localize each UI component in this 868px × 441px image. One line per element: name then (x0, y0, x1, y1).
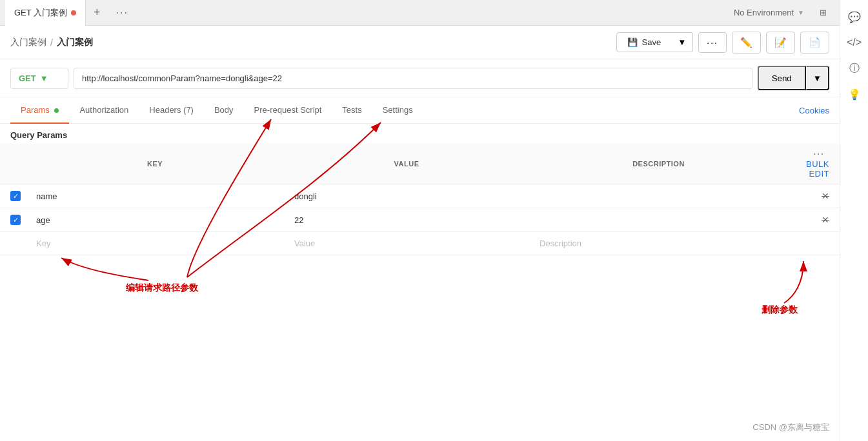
cookies-button[interactable]: Cookies (799, 106, 829, 115)
method-selector[interactable]: GET ▼ (10, 68, 68, 89)
tabs-navigation: Params Authorization Headers (7) Body Pr… (0, 97, 840, 124)
save-chevron-button[interactable]: ▼ (671, 32, 693, 52)
row1-key-cell: name (26, 184, 284, 208)
tab-label: GET 入门案例 (14, 7, 67, 19)
row2-key-cell: age (26, 208, 284, 232)
placeholder-actions-cell (788, 232, 840, 255)
tab-overflow-button[interactable]: ··· (108, 0, 136, 26)
breadcrumb-current: 入门案例 (57, 37, 93, 48)
comment-icon[interactable]: 💬 (843, 5, 866, 28)
row1-delete-icon[interactable]: ✕ (822, 191, 829, 201)
row1-key-value[interactable]: name (36, 191, 57, 201)
breadcrumb: 入门案例 / 入门案例 (10, 37, 93, 48)
placeholder-value-cell[interactable]: Value (284, 232, 529, 255)
info-icon[interactable]: ⓘ (843, 57, 866, 80)
new-tab-button[interactable]: + (86, 0, 108, 26)
method-chevron-icon: ▼ (40, 74, 48, 83)
placeholder-desc-text: Description (540, 239, 581, 248)
breadcrumb-actions: 💾 Save ▼ ··· ✏️ 📝 📄 (616, 32, 829, 54)
send-button[interactable]: Send (758, 66, 806, 90)
annotation-edit-label: 编辑请求路径参数 (126, 282, 198, 294)
table-row: age 22 ✕ (0, 208, 840, 232)
tab-bar: GET 入门案例 + ··· No Environment ▼ ⊞ (0, 0, 840, 26)
row2-desc-cell (529, 208, 788, 232)
save-button[interactable]: 💾 Save (616, 32, 672, 52)
code-icon[interactable]: </> (843, 31, 866, 54)
col-desc-header: DESCRIPTION (529, 144, 788, 184)
comment-icon-button[interactable]: 📝 (766, 32, 795, 54)
url-input[interactable] (74, 68, 752, 89)
watermark: CSDN @东离与糖宝 (752, 422, 829, 433)
placeholder-value-text: Value (294, 239, 315, 248)
params-table: KEY VALUE DESCRIPTION ··· Bulk Edit name (0, 144, 840, 255)
send-button-group: Send ▼ (758, 66, 829, 90)
more-options-button[interactable]: ··· (698, 32, 727, 53)
active-tab[interactable]: GET 入门案例 (5, 0, 86, 26)
query-params-title: Query Params (0, 124, 840, 144)
tab-pre-request-script[interactable]: Pre-request Script (244, 97, 332, 124)
send-chevron-button[interactable]: ▼ (806, 66, 829, 90)
url-bar: GET ▼ Send ▼ (0, 59, 840, 97)
row1-check-cell (0, 184, 26, 208)
col-actions-header: ··· Bulk Edit (788, 144, 840, 184)
row1-value-cell: dongli (284, 184, 529, 208)
col-more-icon[interactable]: ··· (813, 149, 825, 159)
row2-actions-cell: ✕ (788, 208, 840, 232)
placeholder-check-cell (0, 232, 26, 255)
row1-checkbox[interactable] (10, 191, 21, 201)
env-chevron-icon: ▼ (798, 9, 804, 16)
col-value-header: VALUE (284, 144, 529, 184)
breadcrumb-parent[interactable]: 入门案例 (10, 37, 46, 48)
edit-icon-button[interactable]: ✏️ (732, 32, 761, 54)
document-icon-button[interactable]: 📄 (800, 32, 829, 54)
row2-key-value[interactable]: age (36, 215, 50, 225)
url-input-wrap (74, 68, 752, 89)
method-label: GET (19, 74, 36, 83)
row2-check-cell (0, 208, 26, 232)
tab-params[interactable]: Params (10, 97, 69, 124)
table-row-placeholder: Key Value Description (0, 232, 840, 255)
placeholder-key-text: Key (36, 239, 50, 248)
placeholder-desc-cell[interactable]: Description (529, 232, 788, 255)
breadcrumb-separator: / (50, 37, 53, 48)
environment-selector[interactable]: No Environment ▼ (726, 8, 812, 17)
main-content: GET 入门案例 + ··· No Environment ▼ ⊞ 入门案例 /… (0, 0, 840, 255)
tab-authorization[interactable]: Authorization (69, 97, 139, 124)
params-dot (54, 108, 59, 113)
row1-desc-cell (529, 184, 788, 208)
tab-dirty-dot (71, 10, 76, 15)
col-check-header (0, 144, 26, 184)
tab-headers[interactable]: Headers (7) (139, 97, 204, 124)
env-settings-icon[interactable]: ⊞ (812, 8, 834, 17)
bulk-edit-button[interactable]: Bulk Edit (806, 159, 829, 179)
row1-value-value[interactable]: dongli (294, 191, 317, 201)
col-key-header: KEY (26, 144, 284, 184)
tab-body[interactable]: Body (204, 97, 244, 124)
annotation-delete-label: 删除参数 (762, 304, 798, 316)
tab-tests[interactable]: Tests (332, 97, 372, 124)
breadcrumb-bar: 入门案例 / 入门案例 💾 Save ▼ ··· ✏️ 📝 📄 (0, 26, 840, 59)
save-button-group: 💾 Save ▼ (616, 32, 693, 52)
save-label: Save (641, 37, 661, 47)
lightbulb-icon[interactable]: 💡 (843, 83, 866, 106)
row2-checkbox[interactable] (10, 215, 21, 225)
row1-actions-cell: ✕ (788, 184, 840, 208)
table-row: name dongli ✕ (0, 184, 840, 208)
right-sidebar: 💬 </> ⓘ 💡 (840, 0, 868, 441)
tab-settings[interactable]: Settings (372, 97, 423, 124)
env-label: No Environment (734, 8, 794, 17)
row2-value-cell: 22 (284, 208, 529, 232)
row2-value-value[interactable]: 22 (294, 215, 303, 225)
save-icon: 💾 (627, 37, 638, 47)
placeholder-key-cell[interactable]: Key (26, 232, 284, 255)
row2-delete-icon[interactable]: ✕ (822, 215, 829, 225)
